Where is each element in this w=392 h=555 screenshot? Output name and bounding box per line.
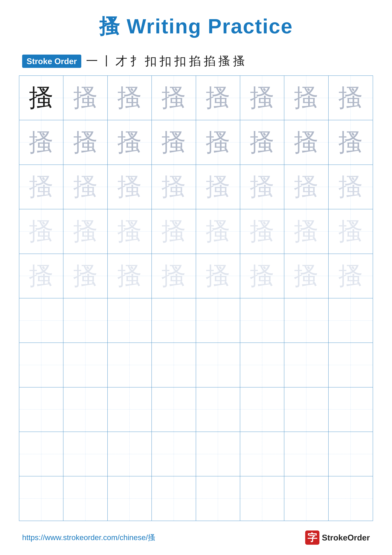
grid-cell-10-1[interactable] (19, 476, 64, 520)
grid-cell-5-2[interactable]: 搔 (64, 254, 107, 298)
stroke-3: 才 (115, 53, 127, 69)
grid-cell-9-7[interactable] (284, 432, 328, 476)
grid-cell-6-1[interactable] (19, 298, 64, 343)
grid-cell-4-7[interactable]: 搔 (284, 209, 328, 254)
grid-cell-2-1[interactable]: 搔 (19, 120, 64, 164)
grid-cell-7-2[interactable] (64, 343, 107, 387)
grid-cell-6-3[interactable] (108, 298, 152, 343)
grid-cell-4-5[interactable]: 搔 (196, 209, 240, 254)
grid-cell-7-5[interactable] (196, 343, 240, 387)
grid-cell-4-3[interactable]: 搔 (108, 209, 152, 254)
grid-row-6 (19, 298, 373, 343)
practice-char: 搔 (338, 219, 363, 244)
grid-cell-5-6[interactable]: 搔 (240, 254, 284, 298)
grid-cell-2-4[interactable]: 搔 (152, 120, 196, 164)
grid-cell-7-8[interactable] (328, 343, 373, 387)
grid-cell-10-2[interactable] (64, 476, 107, 520)
grid-cell-1-3[interactable]: 搔 (108, 76, 152, 120)
grid-cell-7-1[interactable] (19, 343, 64, 387)
practice-char: 搔 (161, 264, 186, 288)
grid-cell-7-4[interactable] (152, 343, 196, 387)
grid-cell-1-7[interactable]: 搔 (284, 76, 328, 120)
footer: https://www.strokeorder.com/chinese/搔 字 … (19, 531, 373, 545)
grid-cell-7-3[interactable] (108, 343, 152, 387)
grid-cell-4-6[interactable]: 搔 (240, 209, 284, 254)
grid-cell-9-4[interactable] (152, 432, 196, 476)
grid-cell-5-3[interactable]: 搔 (108, 254, 152, 298)
practice-char: 搔 (294, 264, 319, 288)
grid-cell-9-1[interactable] (19, 432, 64, 476)
grid-cell-6-6[interactable] (240, 298, 284, 343)
practice-char: 搔 (250, 86, 274, 110)
grid-cell-3-6[interactable]: 搔 (240, 165, 284, 209)
grid-row-1: 搔 搔 搔 搔 搔 搔 搔 搔 (19, 76, 373, 120)
footer-url[interactable]: https://www.strokeorder.com/chinese/搔 (22, 533, 156, 543)
grid-cell-5-1[interactable]: 搔 (19, 254, 64, 298)
grid-cell-3-5[interactable]: 搔 (196, 165, 240, 209)
grid-cell-4-4[interactable]: 搔 (152, 209, 196, 254)
grid-cell-1-2[interactable]: 搔 (64, 76, 107, 120)
practice-char: 搔 (294, 175, 319, 199)
grid-cell-10-4[interactable] (152, 476, 196, 520)
grid-cell-9-6[interactable] (240, 432, 284, 476)
grid-cell-3-1[interactable]: 搔 (19, 165, 64, 209)
grid-cell-8-4[interactable] (152, 387, 196, 431)
grid-cell-8-1[interactable] (19, 387, 64, 431)
grid-cell-8-5[interactable] (196, 387, 240, 431)
grid-cell-8-2[interactable] (64, 387, 107, 431)
practice-char: 搔 (161, 130, 186, 155)
grid-cell-8-8[interactable] (328, 387, 373, 431)
grid-cell-2-7[interactable]: 搔 (284, 120, 328, 164)
grid-cell-8-6[interactable] (240, 387, 284, 431)
grid-cell-4-1[interactable]: 搔 (19, 209, 64, 254)
grid-cell-9-3[interactable] (108, 432, 152, 476)
practice-char: 搔 (250, 219, 274, 244)
practice-char: 搔 (117, 130, 142, 155)
grid-cell-2-8[interactable]: 搔 (328, 120, 373, 164)
grid-cell-3-2[interactable]: 搔 (64, 165, 107, 209)
grid-cell-4-8[interactable]: 搔 (328, 209, 373, 254)
grid-cell-2-6[interactable]: 搔 (240, 120, 284, 164)
grid-cell-3-3[interactable]: 搔 (108, 165, 152, 209)
grid-cell-10-5[interactable] (196, 476, 240, 520)
grid-cell-10-6[interactable] (240, 476, 284, 520)
grid-row-10 (19, 476, 373, 520)
grid-cell-5-8[interactable]: 搔 (328, 254, 373, 298)
grid-cell-8-3[interactable] (108, 387, 152, 431)
grid-cell-6-8[interactable] (328, 298, 373, 343)
grid-cell-10-8[interactable] (328, 476, 373, 520)
grid-cell-9-2[interactable] (64, 432, 107, 476)
grid-cell-6-5[interactable] (196, 298, 240, 343)
grid-cell-6-2[interactable] (64, 298, 107, 343)
grid-cell-3-4[interactable]: 搔 (152, 165, 196, 209)
stroke-7: 扣 (174, 53, 186, 69)
grid-cell-7-7[interactable] (284, 343, 328, 387)
practice-char: 搔 (161, 175, 186, 199)
grid-cell-9-8[interactable] (328, 432, 373, 476)
grid-cell-2-3[interactable]: 搔 (108, 120, 152, 164)
grid-cell-10-7[interactable] (284, 476, 328, 520)
grid-cell-2-5[interactable]: 搔 (196, 120, 240, 164)
stroke-6: 扣 (160, 53, 171, 69)
grid-cell-5-5[interactable]: 搔 (196, 254, 240, 298)
grid-cell-5-7[interactable]: 搔 (284, 254, 328, 298)
grid-cell-3-7[interactable]: 搔 (284, 165, 328, 209)
grid-cell-7-6[interactable] (240, 343, 284, 387)
grid-cell-2-2[interactable]: 搔 (64, 120, 107, 164)
grid-cell-9-5[interactable] (196, 432, 240, 476)
grid-cell-1-6[interactable]: 搔 (240, 76, 284, 120)
grid-cell-1-5[interactable]: 搔 (196, 76, 240, 120)
grid-cell-1-8[interactable]: 搔 (328, 76, 373, 120)
grid-cell-1-4[interactable]: 搔 (152, 76, 196, 120)
grid-cell-6-4[interactable] (152, 298, 196, 343)
stroke-order-badge: Stroke Order (22, 55, 81, 68)
practice-char: 搔 (29, 130, 53, 155)
grid-cell-1-1[interactable]: 搔 (19, 76, 64, 120)
practice-char: 搔 (206, 175, 230, 199)
grid-cell-5-4[interactable]: 搔 (152, 254, 196, 298)
grid-cell-3-8[interactable]: 搔 (328, 165, 373, 209)
grid-cell-10-3[interactable] (108, 476, 152, 520)
grid-cell-8-7[interactable] (284, 387, 328, 431)
grid-cell-4-2[interactable]: 搔 (64, 209, 107, 254)
grid-cell-6-7[interactable] (284, 298, 328, 343)
